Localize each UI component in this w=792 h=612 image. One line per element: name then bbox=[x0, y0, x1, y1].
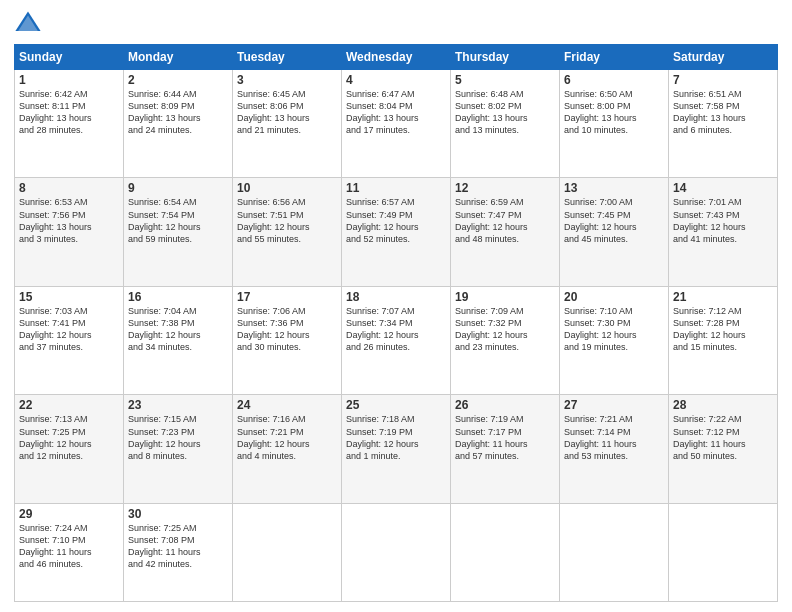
day-number: 24 bbox=[237, 398, 337, 412]
day-number: 29 bbox=[19, 507, 119, 521]
calendar-cell: 30Sunrise: 7:25 AMSunset: 7:08 PMDayligh… bbox=[124, 503, 233, 601]
day-number: 20 bbox=[564, 290, 664, 304]
day-number: 6 bbox=[564, 73, 664, 87]
day-number: 11 bbox=[346, 181, 446, 195]
day-number: 25 bbox=[346, 398, 446, 412]
day-number: 2 bbox=[128, 73, 228, 87]
day-number: 30 bbox=[128, 507, 228, 521]
weekday-header: Saturday bbox=[669, 45, 778, 70]
calendar-cell: 27Sunrise: 7:21 AMSunset: 7:14 PMDayligh… bbox=[560, 395, 669, 503]
day-number: 16 bbox=[128, 290, 228, 304]
calendar-table: SundayMondayTuesdayWednesdayThursdayFrid… bbox=[14, 44, 778, 602]
day-number: 22 bbox=[19, 398, 119, 412]
calendar-cell: 19Sunrise: 7:09 AMSunset: 7:32 PMDayligh… bbox=[451, 286, 560, 394]
day-number: 4 bbox=[346, 73, 446, 87]
day-number: 21 bbox=[673, 290, 773, 304]
cell-info: Sunrise: 7:04 AMSunset: 7:38 PMDaylight:… bbox=[128, 305, 228, 354]
calendar-cell: 8Sunrise: 6:53 AMSunset: 7:56 PMDaylight… bbox=[15, 178, 124, 286]
day-number: 27 bbox=[564, 398, 664, 412]
cell-info: Sunrise: 6:53 AMSunset: 7:56 PMDaylight:… bbox=[19, 196, 119, 245]
cell-info: Sunrise: 6:47 AMSunset: 8:04 PMDaylight:… bbox=[346, 88, 446, 137]
page: SundayMondayTuesdayWednesdayThursdayFrid… bbox=[0, 0, 792, 612]
cell-info: Sunrise: 7:13 AMSunset: 7:25 PMDaylight:… bbox=[19, 413, 119, 462]
cell-info: Sunrise: 7:12 AMSunset: 7:28 PMDaylight:… bbox=[673, 305, 773, 354]
day-number: 26 bbox=[455, 398, 555, 412]
cell-info: Sunrise: 6:57 AMSunset: 7:49 PMDaylight:… bbox=[346, 196, 446, 245]
calendar-cell: 24Sunrise: 7:16 AMSunset: 7:21 PMDayligh… bbox=[233, 395, 342, 503]
cell-info: Sunrise: 7:18 AMSunset: 7:19 PMDaylight:… bbox=[346, 413, 446, 462]
calendar-cell: 3Sunrise: 6:45 AMSunset: 8:06 PMDaylight… bbox=[233, 70, 342, 178]
calendar-cell: 28Sunrise: 7:22 AMSunset: 7:12 PMDayligh… bbox=[669, 395, 778, 503]
calendar-cell bbox=[669, 503, 778, 601]
cell-info: Sunrise: 7:19 AMSunset: 7:17 PMDaylight:… bbox=[455, 413, 555, 462]
day-number: 10 bbox=[237, 181, 337, 195]
calendar-cell bbox=[342, 503, 451, 601]
calendar-cell: 2Sunrise: 6:44 AMSunset: 8:09 PMDaylight… bbox=[124, 70, 233, 178]
calendar-cell: 1Sunrise: 6:42 AMSunset: 8:11 PMDaylight… bbox=[15, 70, 124, 178]
calendar-cell bbox=[560, 503, 669, 601]
cell-info: Sunrise: 7:09 AMSunset: 7:32 PMDaylight:… bbox=[455, 305, 555, 354]
cell-info: Sunrise: 7:21 AMSunset: 7:14 PMDaylight:… bbox=[564, 413, 664, 462]
cell-info: Sunrise: 7:24 AMSunset: 7:10 PMDaylight:… bbox=[19, 522, 119, 571]
day-number: 18 bbox=[346, 290, 446, 304]
day-number: 17 bbox=[237, 290, 337, 304]
header bbox=[14, 10, 778, 38]
cell-info: Sunrise: 6:59 AMSunset: 7:47 PMDaylight:… bbox=[455, 196, 555, 245]
weekday-header: Friday bbox=[560, 45, 669, 70]
day-number: 3 bbox=[237, 73, 337, 87]
calendar-cell bbox=[451, 503, 560, 601]
calendar-cell: 6Sunrise: 6:50 AMSunset: 8:00 PMDaylight… bbox=[560, 70, 669, 178]
cell-info: Sunrise: 6:45 AMSunset: 8:06 PMDaylight:… bbox=[237, 88, 337, 137]
calendar-cell: 25Sunrise: 7:18 AMSunset: 7:19 PMDayligh… bbox=[342, 395, 451, 503]
calendar-cell: 7Sunrise: 6:51 AMSunset: 7:58 PMDaylight… bbox=[669, 70, 778, 178]
cell-info: Sunrise: 7:00 AMSunset: 7:45 PMDaylight:… bbox=[564, 196, 664, 245]
calendar-cell: 20Sunrise: 7:10 AMSunset: 7:30 PMDayligh… bbox=[560, 286, 669, 394]
cell-info: Sunrise: 7:15 AMSunset: 7:23 PMDaylight:… bbox=[128, 413, 228, 462]
cell-info: Sunrise: 7:22 AMSunset: 7:12 PMDaylight:… bbox=[673, 413, 773, 462]
calendar-cell: 18Sunrise: 7:07 AMSunset: 7:34 PMDayligh… bbox=[342, 286, 451, 394]
day-number: 5 bbox=[455, 73, 555, 87]
calendar-cell: 26Sunrise: 7:19 AMSunset: 7:17 PMDayligh… bbox=[451, 395, 560, 503]
day-number: 9 bbox=[128, 181, 228, 195]
cell-info: Sunrise: 6:54 AMSunset: 7:54 PMDaylight:… bbox=[128, 196, 228, 245]
day-number: 8 bbox=[19, 181, 119, 195]
cell-info: Sunrise: 7:07 AMSunset: 7:34 PMDaylight:… bbox=[346, 305, 446, 354]
calendar-cell: 29Sunrise: 7:24 AMSunset: 7:10 PMDayligh… bbox=[15, 503, 124, 601]
cell-info: Sunrise: 7:06 AMSunset: 7:36 PMDaylight:… bbox=[237, 305, 337, 354]
weekday-header: Wednesday bbox=[342, 45, 451, 70]
cell-info: Sunrise: 7:16 AMSunset: 7:21 PMDaylight:… bbox=[237, 413, 337, 462]
day-number: 13 bbox=[564, 181, 664, 195]
calendar-cell: 23Sunrise: 7:15 AMSunset: 7:23 PMDayligh… bbox=[124, 395, 233, 503]
calendar-cell: 9Sunrise: 6:54 AMSunset: 7:54 PMDaylight… bbox=[124, 178, 233, 286]
cell-info: Sunrise: 7:25 AMSunset: 7:08 PMDaylight:… bbox=[128, 522, 228, 571]
day-number: 19 bbox=[455, 290, 555, 304]
calendar-cell: 14Sunrise: 7:01 AMSunset: 7:43 PMDayligh… bbox=[669, 178, 778, 286]
day-number: 14 bbox=[673, 181, 773, 195]
cell-info: Sunrise: 6:56 AMSunset: 7:51 PMDaylight:… bbox=[237, 196, 337, 245]
calendar-cell: 4Sunrise: 6:47 AMSunset: 8:04 PMDaylight… bbox=[342, 70, 451, 178]
cell-info: Sunrise: 6:50 AMSunset: 8:00 PMDaylight:… bbox=[564, 88, 664, 137]
calendar-cell: 5Sunrise: 6:48 AMSunset: 8:02 PMDaylight… bbox=[451, 70, 560, 178]
cell-info: Sunrise: 6:48 AMSunset: 8:02 PMDaylight:… bbox=[455, 88, 555, 137]
calendar-cell: 22Sunrise: 7:13 AMSunset: 7:25 PMDayligh… bbox=[15, 395, 124, 503]
day-number: 12 bbox=[455, 181, 555, 195]
calendar-cell: 17Sunrise: 7:06 AMSunset: 7:36 PMDayligh… bbox=[233, 286, 342, 394]
day-number: 28 bbox=[673, 398, 773, 412]
day-number: 15 bbox=[19, 290, 119, 304]
calendar-cell: 15Sunrise: 7:03 AMSunset: 7:41 PMDayligh… bbox=[15, 286, 124, 394]
day-number: 23 bbox=[128, 398, 228, 412]
logo bbox=[14, 10, 46, 38]
cell-info: Sunrise: 6:51 AMSunset: 7:58 PMDaylight:… bbox=[673, 88, 773, 137]
calendar-cell: 12Sunrise: 6:59 AMSunset: 7:47 PMDayligh… bbox=[451, 178, 560, 286]
day-number: 7 bbox=[673, 73, 773, 87]
cell-info: Sunrise: 6:42 AMSunset: 8:11 PMDaylight:… bbox=[19, 88, 119, 137]
calendar-cell: 16Sunrise: 7:04 AMSunset: 7:38 PMDayligh… bbox=[124, 286, 233, 394]
calendar-cell: 10Sunrise: 6:56 AMSunset: 7:51 PMDayligh… bbox=[233, 178, 342, 286]
weekday-header: Thursday bbox=[451, 45, 560, 70]
day-number: 1 bbox=[19, 73, 119, 87]
calendar-cell: 21Sunrise: 7:12 AMSunset: 7:28 PMDayligh… bbox=[669, 286, 778, 394]
calendar-cell: 11Sunrise: 6:57 AMSunset: 7:49 PMDayligh… bbox=[342, 178, 451, 286]
weekday-header: Monday bbox=[124, 45, 233, 70]
calendar-cell bbox=[233, 503, 342, 601]
weekday-header: Tuesday bbox=[233, 45, 342, 70]
